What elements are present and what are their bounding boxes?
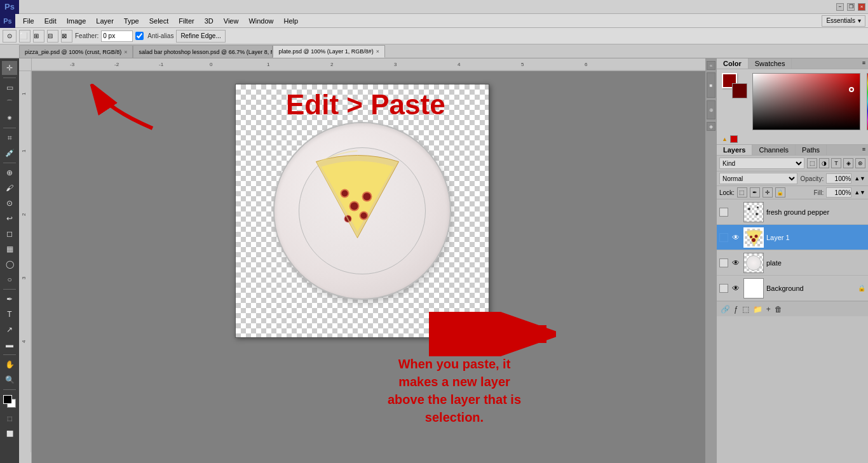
minimize-button[interactable]: −	[836, 3, 844, 11]
dodge-tool[interactable]: ○	[2, 272, 17, 286]
text-tool[interactable]: T	[2, 307, 17, 321]
eraser-tool[interactable]: ◻	[2, 227, 17, 241]
hand-tool[interactable]: ✋	[2, 358, 17, 372]
add-mask-btn[interactable]: ⬚	[742, 305, 749, 314]
color-picker[interactable]	[3, 395, 16, 408]
filter-adj-btn[interactable]: ◑	[819, 158, 829, 168]
restore-button[interactable]: ❐	[847, 3, 855, 11]
menu-file[interactable]: File	[18, 16, 39, 26]
history-brush[interactable]: ↩	[2, 211, 17, 225]
layer-eye-2[interactable]: 👁	[731, 232, 741, 243]
menu-edit[interactable]: Edit	[39, 16, 62, 26]
pen-tool[interactable]: ✒	[2, 292, 17, 306]
fill-input[interactable]	[826, 187, 851, 198]
path-select-tool[interactable]: ↗	[2, 323, 17, 337]
new-group-btn[interactable]: 📁	[753, 305, 763, 314]
fg-color-swatch[interactable]	[3, 395, 12, 404]
menu-view[interactable]: View	[219, 16, 244, 26]
menu-filter[interactable]: Filter	[173, 16, 199, 26]
gradient-tool[interactable]: ▦	[2, 242, 17, 256]
tab-plate-close[interactable]: ×	[376, 48, 379, 55]
kind-filter-dropdown[interactable]: Kind	[719, 158, 804, 169]
layer-row-background[interactable]: 👁 Background 🔒	[717, 276, 868, 301]
layer-row-plate[interactable]: 👁 plate	[717, 250, 868, 276]
new-sel-btn[interactable]: ⬜	[19, 30, 31, 43]
paths-tab[interactable]: Paths	[796, 145, 827, 155]
layers-panel-menu[interactable]: ≡	[860, 145, 868, 155]
tab-salad-bar[interactable]: salad bar photoshop lesson.psd @ 66.7% (…	[133, 45, 273, 58]
eyedropper-tool[interactable]: 💉	[2, 146, 17, 160]
clone-tool[interactable]: ⊙	[2, 196, 17, 210]
channels-tab[interactable]: Channels	[752, 145, 795, 155]
menu-3d[interactable]: 3D	[200, 16, 219, 26]
layer-eye-3[interactable]: 👁	[731, 258, 741, 268]
layer-visibility-checkbox-4[interactable]	[719, 284, 728, 293]
refine-edge-btn[interactable]: Refine Edge...	[176, 30, 225, 43]
color-tab[interactable]: Color	[717, 58, 749, 69]
blur-tool[interactable]: ◯	[2, 257, 17, 271]
intersect-sel-btn[interactable]: ⊠	[61, 30, 72, 43]
swatches-tab[interactable]: Swatches	[749, 58, 792, 69]
filter-type-btn[interactable]: T	[831, 158, 841, 168]
opacity-input[interactable]	[826, 173, 851, 184]
subtract-sel-btn[interactable]: ⊟	[47, 30, 58, 43]
color-spectrum[interactable]	[752, 73, 860, 130]
background-swatch[interactable]	[732, 83, 747, 98]
screen-mode-btn[interactable]: ⬜	[2, 427, 17, 441]
filter-shape-btn[interactable]: ◈	[843, 158, 853, 168]
layer-row-layer1[interactable]: 👁 Layer 1	[717, 225, 868, 250]
magic-wand-tool[interactable]: ⁕	[2, 111, 17, 125]
layer-visibility-checkbox-3[interactable]	[719, 258, 728, 267]
move-tool[interactable]: ✛	[2, 61, 17, 75]
tab-pizza-pie[interactable]: pizza_pie.psd @ 100% (crust, RGB/8) ×	[19, 45, 133, 58]
lock-all-btn[interactable]: 🔒	[775, 187, 785, 198]
quick-mask-btn[interactable]: ⬚	[2, 412, 17, 426]
lock-position-btn[interactable]: ✛	[763, 187, 773, 198]
color-panel-menu[interactable]: ≡	[860, 58, 868, 69]
panel-hist-btn[interactable]: ■	[707, 72, 715, 98]
right-panel-area: « ■ ⊕ ◈ Color Swatches ≡	[705, 58, 868, 463]
add-sel-btn[interactable]: ⊞	[33, 30, 44, 43]
panel-style-btn[interactable]: ◈	[707, 122, 715, 131]
layer-visibility-checkbox-2[interactable]	[719, 233, 728, 242]
lock-paint-btn[interactable]: ✒	[750, 187, 760, 198]
workspace-dropdown[interactable]: Essentials ▾	[822, 15, 865, 27]
fill-arrow[interactable]: ▲▼	[854, 189, 865, 196]
collapse-panel-btn[interactable]: «	[707, 61, 715, 70]
menu-type[interactable]: Type	[119, 16, 144, 26]
menu-select[interactable]: Select	[144, 16, 174, 26]
menu-window[interactable]: Window	[243, 16, 278, 26]
zoom-tool[interactable]: 🔍	[2, 373, 17, 387]
opacity-arrow[interactable]: ▲▼	[854, 175, 865, 182]
tab-plate[interactable]: plate.psd @ 100% (Layer 1, RGB/8#) ×	[273, 45, 384, 58]
filter-pixel-btn[interactable]: ⬚	[807, 158, 817, 168]
feather-input[interactable]	[101, 30, 133, 42]
brush-tool[interactable]: 🖌	[2, 181, 17, 195]
lasso-options-btn[interactable]: ⊙	[3, 30, 17, 43]
link-layers-btn[interactable]: 🔗	[721, 305, 730, 314]
close-button[interactable]: ×	[858, 3, 865, 11]
add-style-btn[interactable]: ƒ	[734, 305, 738, 314]
layers-tab[interactable]: Layers	[717, 145, 752, 155]
filter-smart-btn[interactable]: ⊛	[855, 158, 865, 168]
tab-pizza-close[interactable]: ×	[124, 49, 127, 55]
menu-image[interactable]: Image	[62, 16, 92, 26]
menu-layer[interactable]: Layer	[91, 16, 119, 26]
lock-transparent-btn[interactable]: ⬚	[737, 187, 747, 198]
panel-adj-btn[interactable]: ⊕	[707, 100, 715, 119]
menu-help[interactable]: Help	[279, 16, 304, 26]
new-layer-btn[interactable]: +	[766, 305, 771, 314]
delete-layer-btn[interactable]: 🗑	[775, 305, 782, 314]
shape-tool[interactable]: ▬	[2, 338, 17, 352]
layer-eye-1[interactable]	[731, 207, 741, 217]
color-warning-swatch[interactable]	[730, 135, 738, 143]
blend-mode-dropdown[interactable]: Normal	[719, 173, 797, 184]
marquee-tool[interactable]: ▭	[2, 81, 17, 95]
lasso-tool[interactable]: ⌒	[2, 96, 17, 110]
anti-alias-checkbox[interactable]	[135, 32, 144, 40]
healing-tool[interactable]: ⊕	[2, 166, 17, 180]
layer-row-fresh-pepper[interactable]: fresh ground pepper	[717, 199, 868, 225]
layer-visibility-checkbox-1[interactable]	[719, 208, 728, 217]
layer-eye-4[interactable]: 👁	[731, 283, 741, 293]
crop-tool[interactable]: ⌗	[2, 131, 17, 145]
